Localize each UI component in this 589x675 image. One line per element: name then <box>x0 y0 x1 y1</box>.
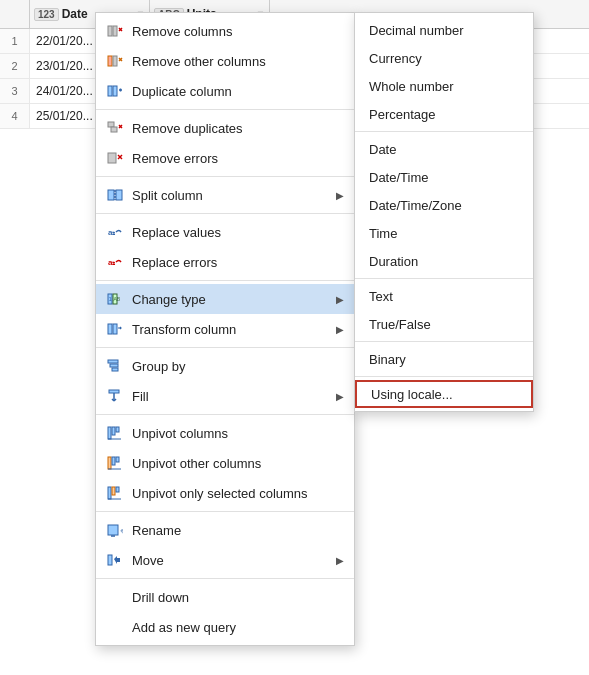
date-time-zone-label: Date/Time/Zone <box>369 198 462 213</box>
submenu-item-using-locale[interactable]: Using locale... <box>355 380 533 408</box>
unpivot-other-columns-label: Unpivot other columns <box>132 456 344 471</box>
remove-other-columns-label: Remove other columns <box>132 54 344 69</box>
svg-text:a₂: a₂ <box>108 228 116 237</box>
submenu-item-decimal-number[interactable]: Decimal number <box>355 16 533 44</box>
rename-label: Rename <box>132 523 344 538</box>
submenu-item-whole-number[interactable]: Whole number <box>355 72 533 100</box>
svg-rect-32 <box>108 360 118 363</box>
unpivot-columns-icon <box>106 425 124 441</box>
replace-values-label: Replace values <box>132 225 344 240</box>
svg-rect-55 <box>108 555 112 565</box>
percentage-label: Percentage <box>369 107 436 122</box>
submenu-item-percentage[interactable]: Percentage <box>355 100 533 128</box>
submenu-item-date[interactable]: Date <box>355 135 533 163</box>
menu-item-split-column[interactable]: Split column ▶ <box>96 180 354 210</box>
submenu-item-currency[interactable]: Currency <box>355 44 533 72</box>
remove-duplicates-label: Remove duplicates <box>132 121 344 136</box>
duplicate-column-icon <box>106 83 124 99</box>
remove-errors-label: Remove errors <box>132 151 344 166</box>
svg-rect-5 <box>113 56 117 66</box>
menu-item-add-as-new-query[interactable]: Add as new query <box>96 612 354 642</box>
menu-item-unpivot-selected[interactable]: Unpivot only selected columns <box>96 478 354 508</box>
menu-item-remove-duplicates[interactable]: Remove duplicates <box>96 113 354 143</box>
menu-item-fill[interactable]: Fill ▶ <box>96 381 354 411</box>
submenu-item-true-false[interactable]: True/False <box>355 310 533 338</box>
svg-rect-8 <box>108 86 112 96</box>
menu-item-group-by[interactable]: Group by <box>96 351 354 381</box>
menu-item-remove-errors[interactable]: Remove errors <box>96 143 354 173</box>
svg-rect-49 <box>116 487 119 492</box>
drill-down-label: Drill down <box>106 590 344 605</box>
binary-label: Binary <box>369 352 406 367</box>
svg-rect-41 <box>116 427 119 432</box>
unpivot-columns-label: Unpivot columns <box>132 426 344 441</box>
date-time-label: Date/Time <box>369 170 428 185</box>
remove-columns-label: Remove columns <box>132 24 344 39</box>
date-type-icon: 123 <box>34 8 59 21</box>
remove-columns-icon <box>106 23 124 39</box>
svg-rect-45 <box>116 457 119 462</box>
submenu-item-time[interactable]: Time <box>355 219 533 247</box>
change-type-arrow: ▶ <box>336 294 344 305</box>
svg-text:a₂: a₂ <box>108 258 116 267</box>
unpivot-selected-label: Unpivot only selected columns <box>132 486 344 501</box>
row-num-3: 3 <box>0 79 30 103</box>
row-num-4: 4 <box>0 104 30 128</box>
menu-item-unpivot-other-columns[interactable]: Unpivot other columns <box>96 448 354 478</box>
true-false-label: True/False <box>369 317 431 332</box>
svg-rect-1 <box>113 26 117 36</box>
menu-item-unpivot-columns[interactable]: Unpivot columns <box>96 418 354 448</box>
fill-label: Fill <box>132 389 328 404</box>
duplicate-column-label: Duplicate column <box>132 84 344 99</box>
context-menu: Remove columns Remove other columns Dupl… <box>95 12 355 646</box>
submenu-item-text[interactable]: Text <box>355 282 533 310</box>
separator-1 <box>96 109 354 110</box>
transform-column-arrow: ▶ <box>336 324 344 335</box>
submenu-separator-4 <box>355 376 533 377</box>
submenu-separator-3 <box>355 341 533 342</box>
change-type-icon: 1AB <box>106 291 124 307</box>
split-column-arrow: ▶ <box>336 190 344 201</box>
svg-rect-51 <box>108 525 118 535</box>
svg-rect-30 <box>108 324 112 334</box>
menu-item-change-type[interactable]: 1AB Change type ▶ <box>96 284 354 314</box>
menu-item-remove-columns[interactable]: Remove columns <box>96 16 354 46</box>
menu-item-replace-values[interactable]: a₂ Replace values <box>96 217 354 247</box>
svg-rect-39 <box>108 427 111 439</box>
submenu-item-duration[interactable]: Duration <box>355 247 533 275</box>
split-column-label: Split column <box>132 188 328 203</box>
svg-rect-9 <box>113 86 117 96</box>
whole-number-label: Whole number <box>369 79 454 94</box>
separator-6 <box>96 414 354 415</box>
svg-rect-35 <box>109 390 119 393</box>
time-label: Time <box>369 226 397 241</box>
svg-rect-13 <box>111 127 117 132</box>
submenu-item-date-time-zone[interactable]: Date/Time/Zone <box>355 191 533 219</box>
replace-values-icon: a₂ <box>106 224 124 240</box>
submenu-item-date-time[interactable]: Date/Time <box>355 163 533 191</box>
fill-arrow: ▶ <box>336 391 344 402</box>
rename-icon: ✎ <box>106 522 124 538</box>
menu-item-replace-errors[interactable]: a₂ Replace errors <box>96 247 354 277</box>
menu-item-rename[interactable]: ✎ Rename <box>96 515 354 545</box>
menu-item-remove-other-columns[interactable]: Remove other columns <box>96 46 354 76</box>
submenu-item-binary[interactable]: Binary <box>355 345 533 373</box>
replace-errors-icon: a₂ <box>106 254 124 270</box>
svg-rect-4 <box>108 56 112 66</box>
unpivot-selected-icon <box>106 485 124 501</box>
move-label: Move <box>132 553 328 568</box>
svg-rect-21 <box>116 190 122 200</box>
svg-rect-0 <box>108 26 112 36</box>
remove-duplicates-icon <box>106 120 124 136</box>
menu-item-move[interactable]: Move ▶ <box>96 545 354 575</box>
transform-column-icon <box>106 321 124 337</box>
submenu-separator-1 <box>355 131 533 132</box>
menu-item-duplicate-column[interactable]: Duplicate column <box>96 76 354 106</box>
submenu-separator-2 <box>355 278 533 279</box>
svg-rect-48 <box>112 487 115 495</box>
row-num-1: 1 <box>0 29 30 53</box>
date-col-label: Date <box>62 7 88 21</box>
menu-item-transform-column[interactable]: Transform column ▶ <box>96 314 354 344</box>
menu-item-drill-down[interactable]: Drill down <box>96 582 354 612</box>
transform-column-label: Transform column <box>132 322 328 337</box>
